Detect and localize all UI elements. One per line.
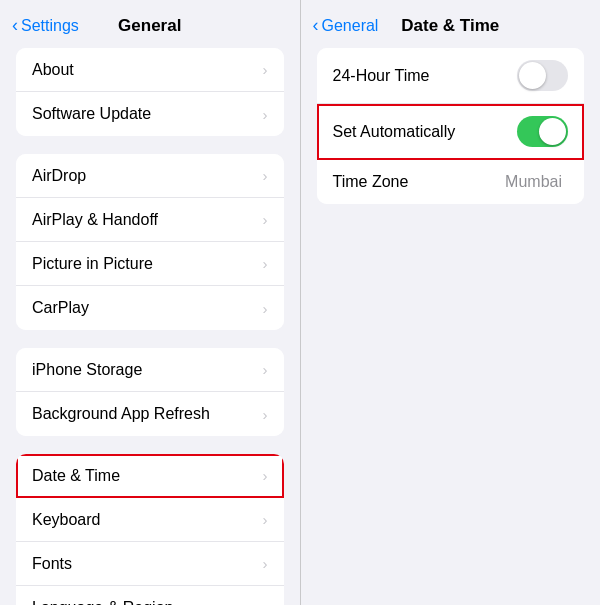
chevron-icon: ›	[263, 61, 268, 78]
left-row-keyboard[interactable]: Keyboard ›	[16, 498, 284, 542]
left-group-2: AirDrop › AirPlay & Handoff › Picture in…	[16, 154, 284, 330]
left-row-date-time[interactable]: Date & Time ›	[16, 454, 284, 498]
right-panel: ‹ General Date & Time 24-Hour Time Set A…	[301, 0, 601, 605]
right-row-set-automatically[interactable]: Set Automatically	[317, 104, 585, 160]
chevron-icon: ›	[263, 106, 268, 123]
left-row-software-update[interactable]: Software Update ›	[16, 92, 284, 136]
right-panel-content: 24-Hour Time Set Automatically Time Zone…	[301, 48, 601, 605]
left-row-language-region[interactable]: Language & Region ›	[16, 586, 284, 605]
left-row-carplay[interactable]: CarPlay ›	[16, 286, 284, 330]
left-back-button[interactable]: ‹ Settings	[12, 16, 79, 36]
left-row-airdrop[interactable]: AirDrop ›	[16, 154, 284, 198]
chevron-icon: ›	[263, 255, 268, 272]
right-nav-title: Date & Time	[401, 16, 499, 36]
toggle-knob-24-hour	[519, 62, 546, 89]
left-group-4: Date & Time › Keyboard › Fonts › Languag…	[16, 454, 284, 605]
chevron-icon: ›	[263, 467, 268, 484]
chevron-icon: ›	[263, 406, 268, 423]
right-back-label: General	[322, 17, 379, 35]
chevron-icon: ›	[263, 167, 268, 184]
time-zone-value: Mumbai	[505, 173, 562, 191]
left-row-background-app-refresh[interactable]: Background App Refresh ›	[16, 392, 284, 436]
toggle-24-hour[interactable]	[517, 60, 568, 91]
right-group-main: 24-Hour Time Set Automatically Time Zone…	[317, 48, 585, 204]
right-row-time-zone[interactable]: Time Zone Mumbai	[317, 160, 585, 204]
left-nav-bar: ‹ Settings General	[0, 0, 300, 48]
right-row-24-hour-time[interactable]: 24-Hour Time	[317, 48, 585, 104]
left-panel-content: About › Software Update › AirDrop › AirP…	[0, 48, 300, 605]
left-group-3: iPhone Storage › Background App Refresh …	[16, 348, 284, 436]
right-back-chevron-icon: ‹	[313, 15, 319, 36]
chevron-icon: ›	[263, 361, 268, 378]
toggle-set-automatically[interactable]	[517, 116, 568, 147]
right-nav-bar: ‹ General Date & Time	[301, 0, 601, 48]
left-row-about[interactable]: About ›	[16, 48, 284, 92]
toggle-knob-set-automatically	[539, 118, 566, 145]
left-back-label: Settings	[21, 17, 79, 35]
chevron-icon: ›	[263, 211, 268, 228]
chevron-icon: ›	[263, 300, 268, 317]
left-group-1: About › Software Update ›	[16, 48, 284, 136]
left-nav-title: General	[118, 16, 181, 36]
chevron-icon: ›	[263, 555, 268, 572]
left-back-chevron-icon: ‹	[12, 15, 18, 36]
left-row-fonts[interactable]: Fonts ›	[16, 542, 284, 586]
chevron-icon: ›	[263, 511, 268, 528]
right-back-button[interactable]: ‹ General	[313, 16, 379, 36]
left-panel: ‹ Settings General About › Software Upda…	[0, 0, 300, 605]
chevron-icon: ›	[263, 599, 268, 605]
left-row-picture-in-picture[interactable]: Picture in Picture ›	[16, 242, 284, 286]
left-row-iphone-storage[interactable]: iPhone Storage ›	[16, 348, 284, 392]
left-row-airplay-handoff[interactable]: AirPlay & Handoff ›	[16, 198, 284, 242]
